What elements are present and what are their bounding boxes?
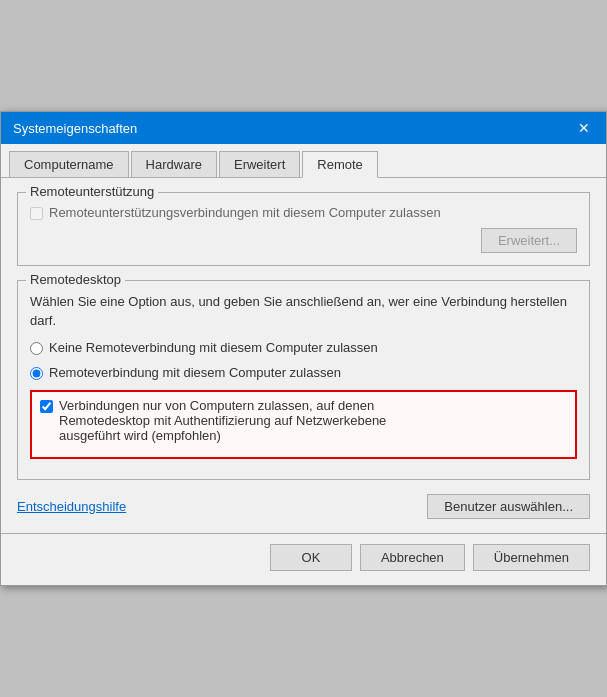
tabs-bar: Computername Hardware Erweitert Remote	[1, 144, 606, 178]
remote-support-checkbox-row: Remoteunterstützungsverbindungen mit die…	[30, 205, 577, 220]
close-button[interactable]: ✕	[570, 118, 598, 138]
erweitert-button[interactable]: Erweitert...	[481, 228, 577, 253]
remote-support-checkbox[interactable]	[30, 207, 43, 220]
title-bar-controls: ✕	[570, 118, 598, 138]
tab-erweitert[interactable]: Erweitert	[219, 151, 300, 178]
title-bar: Systemeigenschaften ✕	[1, 112, 606, 144]
nla-highlighted-box: Verbindungen nur von Computern zulassen,…	[30, 390, 577, 459]
nla-checkbox[interactable]	[40, 400, 53, 413]
remote-desktop-legend: Remotedesktop	[26, 272, 125, 287]
select-user-button[interactable]: Benutzer auswählen...	[427, 494, 590, 519]
footer-buttons: OK Abbrechen Übernehmen	[1, 533, 606, 585]
remote-support-legend: Remoteunterstützung	[26, 184, 158, 199]
remote-desktop-group: Remotedesktop Wählen Sie eine Option aus…	[17, 280, 590, 479]
ok-button[interactable]: OK	[270, 544, 352, 571]
system-properties-window: Systemeigenschaften ✕ Computername Hardw…	[0, 111, 607, 585]
erweitert-btn-row: Erweitert...	[30, 228, 577, 253]
apply-button[interactable]: Übernehmen	[473, 544, 590, 571]
tab-hardware[interactable]: Hardware	[131, 151, 217, 178]
remote-desktop-description: Wählen Sie eine Option aus, und geben Si…	[30, 293, 577, 329]
radio-none-label: Keine Remoteverbindung mit diesem Comput…	[49, 340, 378, 355]
decision-help-link[interactable]: Entscheidungshilfe	[17, 499, 126, 514]
remote-support-content: Remoteunterstützungsverbindungen mit die…	[30, 205, 577, 253]
remote-support-label: Remoteunterstützungsverbindungen mit die…	[49, 205, 441, 220]
radio-allow-row: Remoteverbindung mit diesem Computer zul…	[30, 365, 577, 380]
radio-none-row: Keine Remoteverbindung mit diesem Comput…	[30, 340, 577, 355]
cancel-button[interactable]: Abbrechen	[360, 544, 465, 571]
tab-remote[interactable]: Remote	[302, 151, 378, 178]
radio-allow-label: Remoteverbindung mit diesem Computer zul…	[49, 365, 341, 380]
nla-label: Verbindungen nur von Computern zulassen,…	[59, 398, 386, 443]
bottom-link-row: Entscheidungshilfe Benutzer auswählen...	[17, 494, 590, 519]
tab-computername[interactable]: Computername	[9, 151, 129, 178]
radio-allow[interactable]	[30, 367, 43, 380]
main-content: Remoteunterstützung Remoteunterstützungs…	[1, 178, 606, 532]
remote-desktop-content: Wählen Sie eine Option aus, und geben Si…	[30, 293, 577, 458]
remote-support-group: Remoteunterstützung Remoteunterstützungs…	[17, 192, 590, 266]
window-title: Systemeigenschaften	[13, 121, 137, 136]
nla-checkbox-row: Verbindungen nur von Computern zulassen,…	[40, 398, 567, 443]
radio-none[interactable]	[30, 342, 43, 355]
